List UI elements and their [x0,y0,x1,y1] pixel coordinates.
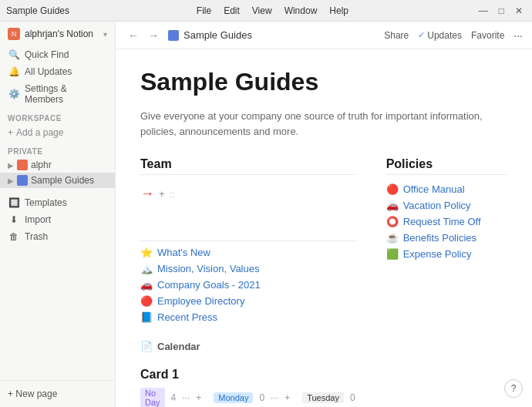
car-icon: 🚗 [140,279,153,291]
team-add-row: → + :: [140,181,355,207]
card1-section: Card 1 No Day 4 ··· + Monday 0 ··· + [140,368,355,407]
office-icon: 🔴 [386,183,399,195]
mountain-icon: 🏔️ [140,263,153,274]
sidebar-item-label: Quick Find [25,49,69,60]
page-title: Sample Guides [140,68,507,96]
expense-link[interactable]: Expense Policy [403,248,472,260]
benefits-link[interactable]: Benefits Policies [403,232,476,244]
calendar-section: 📄 Calendar [140,341,355,352]
menu-edit[interactable]: Edit [224,5,240,16]
list-item: 🟩 Expense Policy [386,246,507,262]
menu-bar: File Edit View Window Help [197,5,348,16]
divider [140,240,355,241]
star-icon: ⭐ [140,247,153,258]
breadcrumb-text: Sample Guides [184,29,252,41]
sidebar-item-settings[interactable]: ⚙️ Settings & Members [0,80,115,108]
timeoff-icon: ⭕ [386,216,399,227]
list-item: 🔴 Office Manual [386,181,507,197]
updates-label: Updates [427,30,462,41]
directory-icon: 🔴 [140,295,153,307]
vacation-icon: 🚗 [386,200,399,211]
workspace-icon: N [8,28,20,40]
monday-plus[interactable]: + [285,392,290,403]
alphr-icon [17,160,28,170]
workspace-name: alphrjan's Notion [25,29,99,39]
new-page-button[interactable]: + New page [0,384,115,404]
toolbar: ← → Sample Guides Share ✓ Updates Favori… [116,22,532,49]
favorite-button[interactable]: Favorite [471,30,504,41]
benefits-icon: ☕ [386,232,399,244]
employee-directory-link[interactable]: Employee Directory [157,295,244,307]
menu-help[interactable]: Help [329,5,348,16]
list-item: ⭐ What's New [140,244,355,261]
more-button[interactable]: ··· [513,29,523,42]
sidebar-item-import[interactable]: ⬇ Import [0,211,115,228]
help-button[interactable]: ? [504,379,523,398]
main-area: ← → Sample Guides Share ✓ Updates Favori… [116,22,532,407]
no-day-dots[interactable]: ··· [182,392,190,403]
monday-dots[interactable]: ··· [271,392,278,403]
expense-icon: 🟩 [386,248,399,260]
sidebar-item-label: Sample Guides [31,175,94,186]
goals-link[interactable]: Company Goals - 2021 [157,279,261,291]
new-page-label: + New page [8,388,57,399]
no-day-plus[interactable]: + [196,392,201,403]
templates-icon: 🔲 [8,197,20,208]
whats-new-link[interactable]: What's New [157,247,210,258]
sidebar-item-label: All Updates [25,66,72,77]
share-button[interactable]: Share [384,30,409,41]
list-item: ⭕ Request Time Off [386,214,507,230]
search-icon: 🔍 [8,49,20,60]
no-day-tag[interactable]: No Day [140,388,165,407]
add-member-icon[interactable]: + [159,188,165,200]
list-item: 📘 Recent Press [140,309,355,325]
card1-title: Card 1 [140,368,355,382]
sidebar-item-label: Trash [25,231,48,242]
menu-file[interactable]: File [197,5,211,16]
menu-window[interactable]: Window [285,5,318,16]
maximize-button[interactable]: □ [496,5,507,16]
mission-link[interactable]: Mission, Vision, Values [157,263,259,274]
spacer [0,188,115,194]
sidebar-item-trash[interactable]: 🗑 Trash [0,228,115,245]
breadcrumb-icon [168,30,179,41]
recent-press-link[interactable]: Recent Press [157,311,217,323]
list-item: 🔴 Employee Directory [140,293,355,309]
no-day-count: 4 [171,392,177,403]
add-page-button[interactable]: + Add a page [0,124,115,141]
sidebar-item-quick-find[interactable]: 🔍 Quick Find [0,46,115,63]
tuesday-tag[interactable]: Tuesday [302,392,344,403]
monday-tag[interactable]: Monday [214,392,253,403]
team-column: Team → + :: ⭐ What's New � [140,157,355,407]
window-controls[interactable]: — □ ✕ [476,5,526,16]
forward-button[interactable]: → [145,28,162,43]
list-item: 🏔️ Mission, Vision, Values [140,261,355,277]
sample-guides-icon [17,175,28,186]
add-icon: + [8,127,13,138]
menu-view[interactable]: View [252,5,272,16]
request-time-off-link[interactable]: Request Time Off [403,216,481,227]
list-item: 🚗 Company Goals - 2021 [140,277,355,293]
workspace-header[interactable]: N alphrjan's Notion ▾ [0,22,115,46]
nav-buttons: ← → [125,28,162,43]
sidebar-item-templates[interactable]: 🔲 Templates [0,194,115,211]
links-list: ⭐ What's New 🏔️ Mission, Vision, Values … [140,244,355,325]
calendar-label[interactable]: Calendar [157,341,200,352]
back-button[interactable]: ← [125,28,142,43]
minimize-button[interactable]: — [476,5,491,16]
vacation-policy-link[interactable]: Vacation Policy [403,200,471,211]
updates-button[interactable]: ✓ Updates [418,30,462,41]
sidebar-item-label: alphr [31,160,52,170]
close-button[interactable]: ✕ [512,5,526,16]
sidebar-item-alphr[interactable]: ▶ alphr [0,157,115,173]
sidebar-item-all-updates[interactable]: 🔔 All Updates [0,63,115,80]
sidebar-item-sample-guides[interactable]: ▶ Sample Guides [0,173,115,188]
monday-count: 0 [259,392,264,403]
office-manual-link[interactable]: Office Manual [403,183,465,195]
team-section-title: Team [140,157,355,175]
calendar-doc-icon: 📄 [140,341,153,352]
sidebar-item-label: Import [25,214,51,225]
sidebar-bottom: + New page [0,380,115,407]
policies-list: 🔴 Office Manual 🚗 Vacation Policy ⭕ Requ… [386,181,507,262]
two-column-layout: Team → + :: ⭐ What's New � [140,157,507,407]
